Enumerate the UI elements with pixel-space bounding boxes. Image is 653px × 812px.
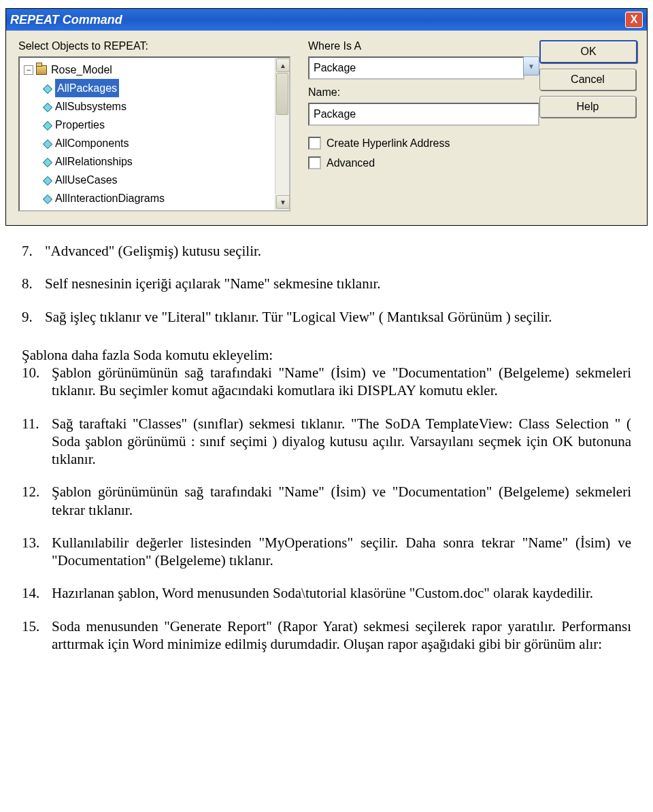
list-text: Sağ taraftaki "Classes" (sınıflar) sekme… [52,415,631,469]
name-label: Name: [308,86,539,99]
diamond-icon [43,139,51,148]
list-text: Kullanılabilir değerler listesinden "MyO… [52,534,631,570]
list-number: 14. [22,584,52,602]
advanced-checkbox-row[interactable]: Advanced [308,156,539,169]
scroll-up-icon[interactable]: ▲ [276,58,290,72]
checkbox-icon[interactable] [308,137,321,150]
where-select[interactable]: Package [308,56,524,80]
help-button[interactable]: Help [539,96,636,118]
list-number: 9. [22,308,45,326]
diamond-icon [43,103,51,111]
list-number: 15. [22,618,52,654]
diamond-icon [43,176,51,184]
tree-view[interactable]: − Rose_Model AllPackages AllSubsystems P… [18,56,290,212]
tree-root[interactable]: − Rose_Model [20,61,289,79]
list-text: Hazırlanan şablon, Word menusunden Soda\… [52,584,631,602]
tree-item[interactable]: AllRelationships [20,152,289,171]
hyperlink-checkbox-row[interactable]: Create Hyperlink Address [308,137,539,150]
tree-item-label: AllPackages [55,79,119,97]
tree-item-label: AllSubsystems [55,97,127,116]
advanced-label: Advanced [326,157,375,169]
list-number: 10. [22,364,52,400]
list-text: Şablon görünümünün sağ tarafındaki "Name… [52,483,631,519]
hyperlink-label: Create Hyperlink Address [326,137,450,150]
list-number: 12. [22,483,52,519]
diamond-icon [43,158,51,166]
list-text: Şablon görünümünün sağ tarafındaki "Name… [52,364,631,400]
tree-item[interactable]: Properties [20,116,289,134]
scroll-down-icon[interactable]: ▼ [276,195,290,209]
package-icon [36,65,47,75]
chevron-down-icon[interactable]: ▼ [523,56,539,75]
diamond-icon [43,84,51,92]
list-number: 8. [22,275,45,292]
cancel-button[interactable]: Cancel [539,69,636,90]
diamond-icon [43,194,51,203]
list-text: "Advanced" (Gelişmiş) kutusu seçilir. [45,242,631,260]
tree-root-label: Rose_Model [51,61,112,79]
where-label: Where Is A [308,40,539,52]
list-number: 7. [22,242,45,260]
tree-item[interactable]: AllSubsystems [20,97,289,116]
where-value: Package [314,62,356,74]
name-value: Package [314,108,356,120]
tree-item[interactable]: AllUseCases [20,171,289,189]
dialog-window: REPEAT Command X Select Objects to REPEA… [5,8,648,226]
close-icon[interactable]: X [625,12,643,28]
tree-item[interactable]: AllPackages [20,79,289,97]
ok-button[interactable]: OK [539,40,637,63]
tree-item-label: AllRelationships [55,152,133,171]
checkbox-icon[interactable] [308,156,321,169]
intro-text: Şablona daha fazla Soda komutu ekleyelim… [22,346,631,364]
scroll-thumb[interactable] [276,73,288,115]
tree-item-label: AllComponents [55,134,129,152]
tree-item-label: Properties [55,116,105,134]
tree-item[interactable]: AllInteractionDiagrams [20,189,289,207]
window-title: REPEAT Command [10,13,122,27]
tree-item-label: AllUseCases [55,171,118,189]
list-number: 11. [22,415,52,469]
name-input[interactable]: Package [308,103,539,126]
document-body: 7."Advanced" (Gelişmiş) kutusu seçilir. … [0,226,653,695]
tree-item-label: AllInteractionDiagrams [55,189,165,207]
titlebar[interactable]: REPEAT Command X [6,9,647,31]
list-number: 13. [22,534,52,570]
list-text: Soda menusunden "Generate Report" (Rapor… [52,618,631,654]
scrollbar[interactable]: ▲ ▼ [275,58,289,210]
list-text: Sağ işleç tıklanır ve "Literal" tıklanır… [45,308,631,326]
collapse-icon[interactable]: − [24,65,33,75]
diamond-icon [43,121,51,129]
select-objects-label: Select Objects to REPEAT: [18,40,290,52]
list-text: Self nesnesinin içeriği açılarak "Name" … [45,275,631,292]
tree-item[interactable]: AllComponents [20,134,289,152]
